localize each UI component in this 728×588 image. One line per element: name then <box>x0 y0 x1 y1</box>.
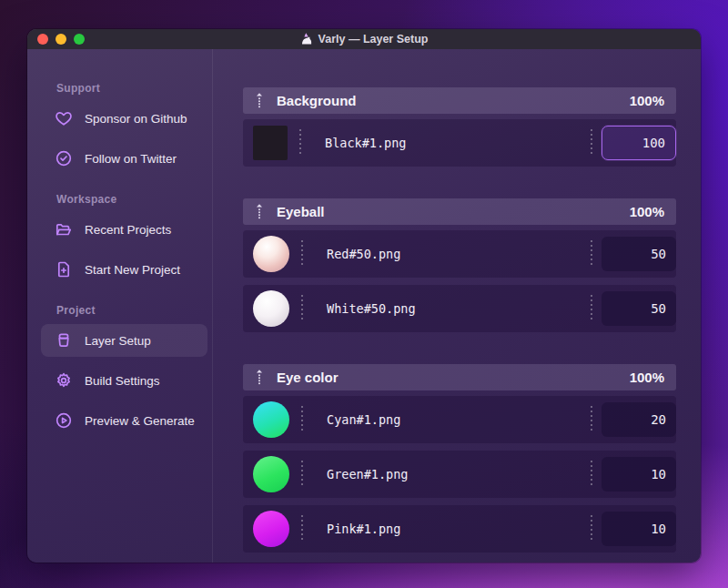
sidebar-item-recent-projects[interactable]: Recent Projects <box>41 213 207 246</box>
layer-weight-input[interactable] <box>602 237 676 271</box>
dotted-divider <box>591 295 592 322</box>
layer-weight-input[interactable] <box>602 126 676 160</box>
layer-weight-input[interactable] <box>602 291 676 326</box>
dotted-divider <box>301 461 303 488</box>
dotted-divider <box>591 240 592 268</box>
group-header: Eyeball 100% <box>243 198 676 225</box>
sidebar-item-preview-generate[interactable]: Preview & Generate <box>41 404 207 437</box>
layer-weight-input[interactable] <box>602 457 676 492</box>
layer-group-eye-color: Eye color 100% Cyan#1.png Green#1.png <box>243 364 676 553</box>
archive-box-icon <box>55 331 73 350</box>
layer-thumbnail <box>253 290 289 327</box>
sidebar-section-project: Project Layer Setup <box>27 304 212 437</box>
layer-thumbnail <box>253 401 289 438</box>
layer-thumbnail <box>253 126 288 160</box>
dotted-divider <box>301 295 303 322</box>
layer-thumbnail <box>253 236 289 272</box>
sidebar-item-label: Build Settings <box>85 374 160 388</box>
layer-group-eyeball: Eyeball 100% Red#50.png White#50.png <box>243 198 676 332</box>
layer-filename: Pink#1.png <box>327 522 400 536</box>
layer-thumbnail <box>253 456 289 492</box>
layer-setup-panel: Background 100% Black#1.png <box>213 49 701 563</box>
group-weight: 100% <box>630 93 664 108</box>
layer-row: Pink#1.png <box>243 505 676 553</box>
sidebar-item-label: Preview & Generate <box>85 414 195 428</box>
layer-row: Green#1.png <box>243 451 676 498</box>
unicorn-icon <box>300 33 313 46</box>
folder-open-icon <box>55 220 73 238</box>
group-header: Background 100% <box>243 87 676 114</box>
sidebar-item-label: Follow on Twitter <box>85 152 177 166</box>
drag-handle-icon[interactable] <box>255 92 264 110</box>
app-window: Varly — Layer Setup Support Sponsor on G… <box>27 29 701 563</box>
layer-thumbnail <box>253 511 289 547</box>
layer-row: Red#50.png <box>243 230 676 278</box>
sidebar-item-sponsor-on-github[interactable]: Sponsor on Github <box>41 102 207 135</box>
titlebar[interactable]: Varly — Layer Setup <box>27 29 701 49</box>
dotted-divider <box>591 461 592 488</box>
close-button[interactable] <box>37 34 48 45</box>
heart-icon <box>55 109 73 127</box>
group-title: Eyeball <box>277 204 325 219</box>
group-header: Eye color 100% <box>243 364 676 390</box>
file-plus-icon <box>55 260 73 279</box>
sidebar-item-label: Start New Project <box>85 263 180 277</box>
sidebar-item-build-settings[interactable]: Build Settings <box>41 364 207 397</box>
zoom-button[interactable] <box>74 34 85 45</box>
section-label-project: Project <box>56 304 212 317</box>
dotted-divider <box>301 240 303 268</box>
dotted-divider <box>301 515 303 542</box>
group-title: Eye color <box>277 370 339 385</box>
layer-row: Black#1.png <box>243 119 676 167</box>
layer-filename: Green#1.png <box>327 467 408 482</box>
layer-filename: Red#50.png <box>327 247 400 261</box>
gear-icon <box>55 371 73 390</box>
layer-filename: Cyan#1.png <box>327 412 400 427</box>
sidebar-item-start-new-project[interactable]: Start New Project <box>41 253 207 286</box>
drag-handle-icon[interactable] <box>255 369 264 387</box>
sidebar-item-follow-on-twitter[interactable]: Follow on Twitter <box>41 142 207 175</box>
play-circle-icon <box>55 411 73 430</box>
drag-handle-icon[interactable] <box>255 203 264 221</box>
dotted-divider <box>591 515 592 542</box>
check-badge-icon <box>55 149 73 167</box>
layer-filename: White#50.png <box>327 301 416 316</box>
minimize-button[interactable] <box>56 34 66 45</box>
sidebar-item-label: Sponsor on Github <box>85 112 187 126</box>
sidebar-item-layer-setup[interactable]: Layer Setup <box>41 324 207 357</box>
group-weight: 100% <box>630 370 664 385</box>
group-title: Background <box>277 93 357 108</box>
layer-row: Cyan#1.png <box>243 396 676 443</box>
section-label-support: Support <box>56 82 212 95</box>
sidebar-section-workspace: Workspace Recent Projects <box>27 193 212 286</box>
sidebar: Support Sponsor on Github <box>27 49 212 563</box>
sidebar-item-label: Recent Projects <box>85 223 171 237</box>
dotted-divider <box>299 129 301 157</box>
layer-group-background: Background 100% Black#1.png <box>243 87 676 167</box>
layer-weight-input[interactable] <box>602 512 676 546</box>
layer-weight-input[interactable] <box>602 402 676 437</box>
layer-row: White#50.png <box>243 285 676 332</box>
section-label-workspace: Workspace <box>56 193 212 206</box>
dotted-divider <box>301 406 303 433</box>
layer-filename: Black#1.png <box>325 136 406 150</box>
dotted-divider <box>591 406 592 433</box>
dotted-divider <box>591 129 592 157</box>
sidebar-item-label: Layer Setup <box>85 334 151 348</box>
group-weight: 100% <box>630 204 664 219</box>
window-title: Varly — Layer Setup <box>318 33 429 46</box>
sidebar-section-support: Support Sponsor on Github <box>27 82 212 175</box>
